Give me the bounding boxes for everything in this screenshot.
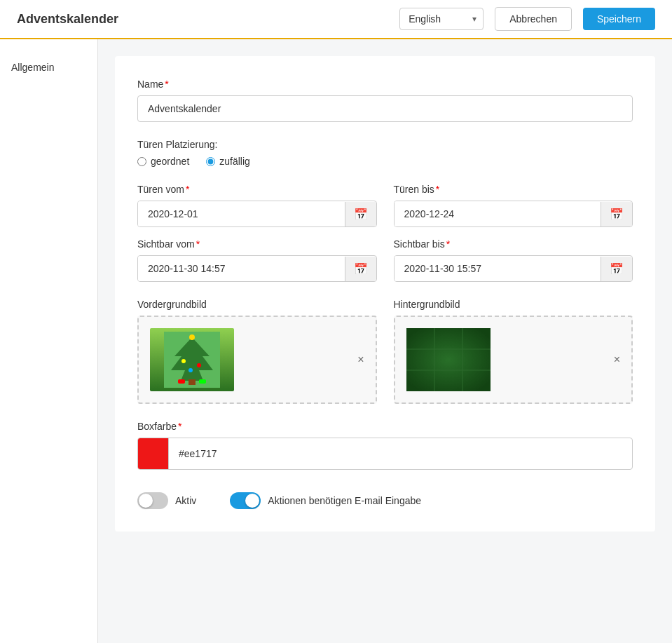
hintergrundbild-dropzone[interactable]: × xyxy=(394,316,633,404)
sichtbar-vom-wrapper: 📅 xyxy=(137,255,377,282)
main-content: Name* Türen Platzierung: geordnet zufäll… xyxy=(98,39,672,643)
hintergrundbild-label: Hintergrundbild xyxy=(394,299,633,310)
sichtbar-vom-input[interactable] xyxy=(138,256,345,281)
svg-point-4 xyxy=(197,363,201,367)
svg-point-5 xyxy=(188,368,193,372)
calendar-icon: 📅 xyxy=(354,208,368,221)
vordergrundbild-dropzone[interactable]: × xyxy=(137,316,377,404)
turen-bis-input[interactable] xyxy=(395,201,601,226)
sichtbar-vom-label: Sichtbar vom* xyxy=(137,238,377,250)
toggle-row: Aktiv Aktionen benötigen E-mail Eingabe xyxy=(137,492,633,509)
sidebar-item-allgemein[interactable]: Allgemein xyxy=(11,56,86,79)
turen-date-row: Türen vom* 📅 Türen bis* xyxy=(137,184,633,227)
svg-point-3 xyxy=(181,359,186,363)
turen-vom-wrapper: 📅 xyxy=(137,201,377,227)
svg-rect-2 xyxy=(188,379,196,385)
vordergrundbild-label: Vordergrundbild xyxy=(137,299,377,310)
name-field-group: Name* xyxy=(137,79,633,122)
aktiv-toggle[interactable] xyxy=(137,492,168,509)
turen-bis-wrapper: 📅 xyxy=(394,201,633,227)
language-select[interactable]: English Deutsch xyxy=(399,8,484,30)
radio-zufaellig-label[interactable]: zufällig xyxy=(206,156,250,167)
color-swatch[interactable] xyxy=(138,438,169,469)
page-title: Adventskalender xyxy=(17,12,388,27)
remove-vordergrundbild-button[interactable]: × xyxy=(355,351,366,369)
background-image-icon xyxy=(406,328,491,391)
sichtbar-bis-calendar-button[interactable]: 📅 xyxy=(601,257,632,281)
boxfarbe-group: Boxfarbe* xyxy=(137,421,633,470)
sidebar: Allgemein xyxy=(0,39,98,643)
color-text-input[interactable] xyxy=(169,441,632,466)
cancel-button[interactable]: Abbrechen xyxy=(495,7,572,31)
main-layout: Allgemein Name* Türen Platzierung: geord… xyxy=(0,39,672,643)
save-button[interactable]: Speichern xyxy=(583,8,655,30)
aktionen-toggle-item: Aktionen benötigen E-mail Eingabe xyxy=(230,492,421,509)
app-header: Adventskalender English Deutsch ▾ Abbrec… xyxy=(0,0,672,39)
sichtbar-bis-input[interactable] xyxy=(395,256,601,281)
turen-bis-label: Türen bis* xyxy=(394,184,633,195)
calendar-icon-2: 📅 xyxy=(610,208,624,221)
sichtbar-bis-col: Sichtbar bis* 📅 xyxy=(394,238,633,282)
turen-vom-label: Türen vom* xyxy=(137,184,377,195)
color-field xyxy=(137,438,633,470)
calendar-icon-4: 📅 xyxy=(610,262,624,276)
turen-bis-calendar-button[interactable]: 📅 xyxy=(601,202,632,226)
sichtbar-date-row: Sichtbar vom* 📅 Sichtbar bis* xyxy=(137,238,633,282)
aktionen-track xyxy=(230,492,261,509)
radio-group: geordnet zufällig xyxy=(137,156,633,167)
aktiv-toggle-item: Aktiv xyxy=(137,492,196,509)
vordergrundbild-preview xyxy=(150,328,234,391)
aktionen-toggle[interactable] xyxy=(230,492,261,509)
name-input[interactable] xyxy=(137,95,633,122)
turen-vom-calendar-button[interactable]: 📅 xyxy=(345,202,376,226)
svg-rect-10 xyxy=(406,328,491,391)
image-row: Vordergrundbild xyxy=(137,299,633,404)
boxfarbe-label: Boxfarbe* xyxy=(137,421,633,432)
language-selector-wrapper: English Deutsch ▾ xyxy=(399,8,484,30)
hintergrundbild-col: Hintergrundbild xyxy=(394,299,633,404)
svg-rect-7 xyxy=(178,379,185,384)
sichtbar-bis-label: Sichtbar bis* xyxy=(394,238,633,250)
form-card: Name* Türen Platzierung: geordnet zufäll… xyxy=(115,56,655,532)
aktiv-label: Aktiv xyxy=(175,495,196,506)
svg-rect-8 xyxy=(199,379,206,384)
vordergrundbild-col: Vordergrundbild xyxy=(137,299,377,404)
required-marker: * xyxy=(165,79,168,90)
radio-geordnet[interactable] xyxy=(137,157,146,166)
remove-hintergrundbild-button[interactable]: × xyxy=(611,351,623,369)
aktiv-thumb xyxy=(139,494,153,508)
sichtbar-vom-calendar-button[interactable]: 📅 xyxy=(345,257,376,281)
turen-vom-input[interactable] xyxy=(138,201,345,226)
sichtbar-bis-wrapper: 📅 xyxy=(394,255,633,282)
svg-point-6 xyxy=(189,334,195,340)
radio-zufaellig[interactable] xyxy=(206,157,215,166)
radio-geordnet-label[interactable]: geordnet xyxy=(137,156,189,167)
aktionen-thumb xyxy=(245,494,259,508)
aktiv-track xyxy=(137,492,168,509)
turen-vom-col: Türen vom* 📅 xyxy=(137,184,377,227)
sichtbar-vom-col: Sichtbar vom* 📅 xyxy=(137,238,377,282)
hintergrundbild-preview xyxy=(406,328,491,391)
name-label: Name* xyxy=(137,79,633,90)
turen-platzierung-group: Türen Platzierung: geordnet zufällig xyxy=(137,139,633,167)
calendar-icon-3: 📅 xyxy=(354,262,368,276)
christmas-tree-icon xyxy=(164,332,220,388)
turen-bis-col: Türen bis* 📅 xyxy=(394,184,633,227)
turen-platzierung-label: Türen Platzierung: xyxy=(137,139,633,150)
aktionen-label: Aktionen benötigen E-mail Eingabe xyxy=(268,495,421,506)
